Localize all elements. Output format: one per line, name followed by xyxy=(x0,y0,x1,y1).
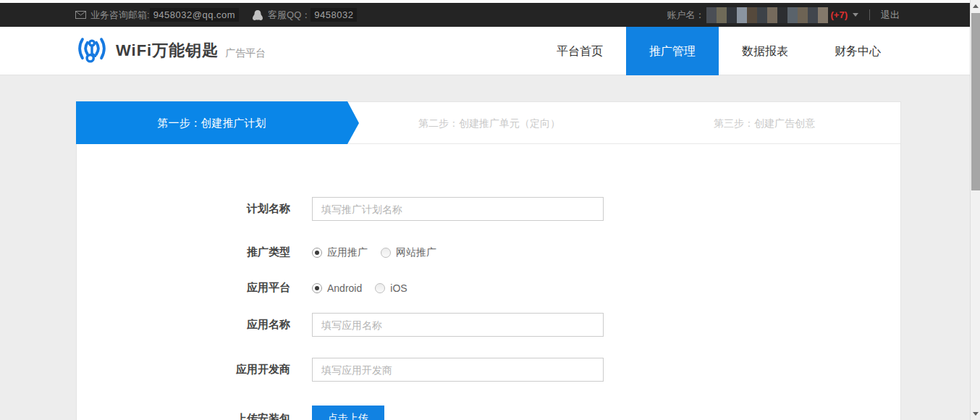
chevron-down-icon xyxy=(853,13,858,17)
main-header: WiFi万能钥匙 广告平台 平台首页 推广管理 数据报表 财务中心 xyxy=(0,27,980,75)
brand-logo[interactable]: WiFi万能钥匙 广告平台 xyxy=(75,27,266,75)
nav-item-data-reports[interactable]: 数据报表 xyxy=(719,27,811,75)
wizard-card: 第一步：创建推广计划 第二步：创建推广单元（定向） 第三步：创建广告创意 计划名… xyxy=(76,101,901,420)
brand-subtitle: 广告平台 xyxy=(225,47,266,60)
radio-unchecked-icon[interactable] xyxy=(375,283,385,293)
email-label: 业务咨询邮箱: xyxy=(90,9,150,22)
app-platform-row: 应用平台 Android iOS xyxy=(77,281,900,295)
radio-android[interactable]: Android xyxy=(312,282,362,294)
main-nav: 平台首页 推广管理 数据报表 财务中心 xyxy=(533,27,904,75)
logout-link[interactable]: 退出 xyxy=(881,9,900,22)
nav-item-platform-home[interactable]: 平台首页 xyxy=(533,27,626,75)
nav-item-promotion-management[interactable]: 推广管理 xyxy=(626,27,719,75)
plan-name-input[interactable] xyxy=(312,197,604,221)
promo-type-row: 推广类型 应用推广 网站推广 xyxy=(77,245,900,259)
email-contact: 业务咨询邮箱: 9458032@qq.com xyxy=(75,8,239,22)
step-1-tab[interactable]: 第一步：创建推广计划 xyxy=(76,101,347,144)
qq-label: 客服QQ： xyxy=(268,9,311,22)
qq-penguin-icon xyxy=(252,9,263,21)
plan-name-row: 计划名称 xyxy=(77,197,900,221)
account-label: 账户名： xyxy=(667,9,705,22)
qq-contact: 客服QQ： 9458032 xyxy=(252,8,357,22)
radio-app-promotion[interactable]: 应用推广 xyxy=(312,246,368,259)
page-content: 第一步：创建推广计划 第二步：创建推广单元（定向） 第三步：创建广告创意 计划名… xyxy=(0,75,980,420)
scrollbar-up-arrow-icon[interactable] xyxy=(973,4,979,8)
scrollbar-down-arrow-icon[interactable] xyxy=(973,412,979,416)
qq-value: 9458032 xyxy=(311,8,357,22)
account-name-redacted xyxy=(706,7,828,23)
plan-name-label: 计划名称 xyxy=(77,202,290,216)
radio-unchecked-icon[interactable] xyxy=(381,248,391,258)
scrollbar-thumb[interactable] xyxy=(971,13,980,190)
step-3-tab: 第三步：创建广告创意 xyxy=(627,102,902,144)
radio-website-promotion[interactable]: 网站推广 xyxy=(381,246,436,259)
app-name-input[interactable] xyxy=(312,313,604,337)
step-2-tab: 第二步：创建推广单元（定向） xyxy=(352,102,627,144)
app-developer-label: 应用开发商 xyxy=(77,363,290,377)
step-wizard: 第一步：创建推广计划 第二步：创建推广单元（定向） 第三步：创建广告创意 xyxy=(77,102,900,144)
upload-package-row: 上传安装包 点击上传 xyxy=(77,406,900,420)
radio-checked-icon[interactable] xyxy=(312,283,322,293)
app-developer-input[interactable] xyxy=(312,358,604,382)
promo-type-label: 推广类型 xyxy=(77,245,290,259)
app-platform-label: 应用平台 xyxy=(77,281,290,295)
upload-button[interactable]: 点击上传 xyxy=(312,406,384,420)
wifi-key-logo-icon xyxy=(75,34,109,67)
vertical-scrollbar[interactable] xyxy=(970,0,980,420)
radio-checked-icon[interactable] xyxy=(312,248,322,258)
email-value: 9458032@qq.com xyxy=(150,8,239,22)
radio-ios[interactable]: iOS xyxy=(375,282,407,294)
upload-package-label: 上传安装包 xyxy=(77,412,290,420)
account-badge: (+7) xyxy=(831,9,848,20)
account-dropdown[interactable]: 账户名： (+7) xyxy=(667,7,858,23)
app-name-label: 应用名称 xyxy=(77,318,290,332)
app-developer-row: 应用开发商 xyxy=(77,358,900,382)
topbar: 业务咨询邮箱: 9458032@qq.com 客服QQ： 9458032 账户名… xyxy=(0,3,980,27)
topbar-divider xyxy=(869,9,870,20)
app-name-row: 应用名称 xyxy=(77,313,900,337)
brand-title: WiFi万能钥匙 xyxy=(116,40,219,62)
envelope-icon xyxy=(75,11,86,19)
nav-item-finance-center[interactable]: 财务中心 xyxy=(811,27,904,75)
create-plan-form: 计划名称 推广类型 应用推广 网站推广 xyxy=(77,144,900,420)
